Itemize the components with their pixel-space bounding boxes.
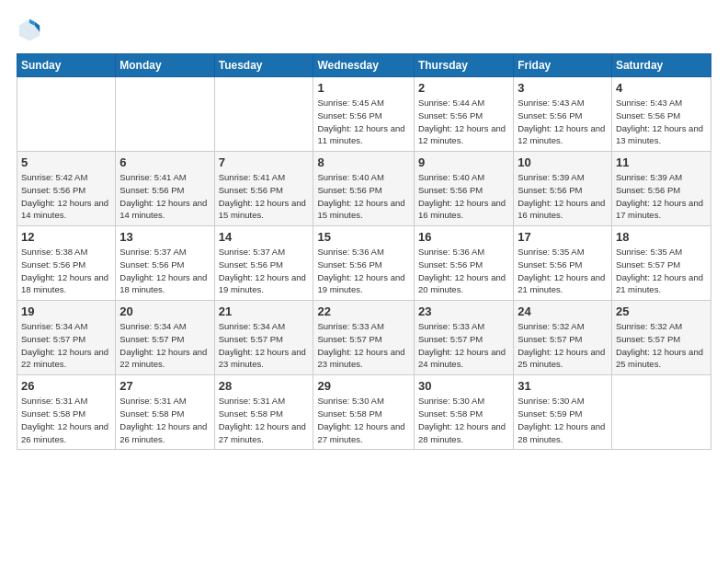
day-info: Sunrise: 5:39 AMSunset: 5:56 PMDaylight:… xyxy=(518,171,608,222)
day-info: Sunrise: 5:44 AMSunset: 5:56 PMDaylight:… xyxy=(418,97,509,147)
day-number: 25 xyxy=(616,304,707,318)
week-row-5: 26Sunrise: 5:31 AMSunset: 5:58 PMDayligh… xyxy=(17,375,711,450)
day-info: Sunrise: 5:41 AMSunset: 5:56 PMDaylight:… xyxy=(219,171,310,222)
day-number: 26 xyxy=(21,379,111,393)
day-info: Sunrise: 5:39 AMSunset: 5:56 PMDaylight:… xyxy=(616,171,707,222)
day-info: Sunrise: 5:30 AMSunset: 5:58 PMDaylight:… xyxy=(418,395,509,445)
calendar-cell: 12Sunrise: 5:38 AMSunset: 5:56 PMDayligh… xyxy=(17,226,116,301)
day-info: Sunrise: 5:42 AMSunset: 5:56 PMDaylight:… xyxy=(21,171,111,222)
day-info: Sunrise: 5:45 AMSunset: 5:56 PMDaylight:… xyxy=(317,97,409,147)
calendar-cell: 18Sunrise: 5:35 AMSunset: 5:57 PMDayligh… xyxy=(611,226,711,301)
calendar-table: SundayMondayTuesdayWednesdayThursdayFrid… xyxy=(17,53,711,450)
day-info: Sunrise: 5:34 AMSunset: 5:57 PMDaylight:… xyxy=(219,320,310,371)
day-info: Sunrise: 5:43 AMSunset: 5:56 PMDaylight:… xyxy=(616,97,707,147)
week-row-2: 5Sunrise: 5:42 AMSunset: 5:56 PMDaylight… xyxy=(17,152,711,226)
calendar-cell: 10Sunrise: 5:39 AMSunset: 5:56 PMDayligh… xyxy=(514,152,612,226)
week-row-1: 1Sunrise: 5:45 AMSunset: 5:56 PMDaylight… xyxy=(17,77,711,152)
calendar-cell: 25Sunrise: 5:32 AMSunset: 5:57 PMDayligh… xyxy=(611,301,711,375)
day-number: 30 xyxy=(418,379,509,393)
calendar-cell: 29Sunrise: 5:30 AMSunset: 5:58 PMDayligh… xyxy=(313,375,414,450)
day-number: 23 xyxy=(418,304,509,318)
page: SundayMondayTuesdayWednesdayThursdayFrid… xyxy=(0,0,728,563)
day-number: 29 xyxy=(317,379,409,393)
day-number: 19 xyxy=(21,304,111,318)
day-number: 7 xyxy=(219,155,310,169)
calendar-cell: 11Sunrise: 5:39 AMSunset: 5:56 PMDayligh… xyxy=(611,152,711,226)
calendar-cell: 2Sunrise: 5:44 AMSunset: 5:56 PMDaylight… xyxy=(414,77,513,152)
calendar-cell: 26Sunrise: 5:31 AMSunset: 5:58 PMDayligh… xyxy=(17,375,116,450)
day-number: 21 xyxy=(219,304,310,318)
day-number: 28 xyxy=(219,379,310,393)
weekday-header-tuesday: Tuesday xyxy=(214,54,313,77)
calendar-cell: 3Sunrise: 5:43 AMSunset: 5:56 PMDaylight… xyxy=(514,77,612,152)
day-info: Sunrise: 5:35 AMSunset: 5:56 PMDaylight:… xyxy=(518,246,608,296)
calendar-cell: 23Sunrise: 5:33 AMSunset: 5:57 PMDayligh… xyxy=(414,301,513,375)
day-info: Sunrise: 5:31 AMSunset: 5:58 PMDaylight:… xyxy=(119,395,210,445)
week-row-4: 19Sunrise: 5:34 AMSunset: 5:57 PMDayligh… xyxy=(17,301,711,375)
calendar-cell: 27Sunrise: 5:31 AMSunset: 5:58 PMDayligh… xyxy=(116,375,214,450)
day-info: Sunrise: 5:36 AMSunset: 5:56 PMDaylight:… xyxy=(418,246,509,296)
calendar-cell: 28Sunrise: 5:31 AMSunset: 5:58 PMDayligh… xyxy=(214,375,313,450)
calendar-cell: 21Sunrise: 5:34 AMSunset: 5:57 PMDayligh… xyxy=(214,301,313,375)
day-number: 3 xyxy=(518,81,608,95)
day-info: Sunrise: 5:31 AMSunset: 5:58 PMDaylight:… xyxy=(21,395,111,445)
day-number: 27 xyxy=(119,379,210,393)
calendar-cell: 16Sunrise: 5:36 AMSunset: 5:56 PMDayligh… xyxy=(414,226,513,301)
day-number: 18 xyxy=(616,230,707,244)
calendar-cell: 15Sunrise: 5:36 AMSunset: 5:56 PMDayligh… xyxy=(313,226,414,301)
day-info: Sunrise: 5:40 AMSunset: 5:56 PMDaylight:… xyxy=(418,171,509,222)
day-info: Sunrise: 5:37 AMSunset: 5:56 PMDaylight:… xyxy=(119,246,210,296)
calendar-cell xyxy=(116,77,214,152)
day-info: Sunrise: 5:31 AMSunset: 5:58 PMDaylight:… xyxy=(219,395,310,445)
day-number: 1 xyxy=(317,81,409,95)
day-info: Sunrise: 5:33 AMSunset: 5:57 PMDaylight:… xyxy=(317,320,409,371)
calendar-cell: 1Sunrise: 5:45 AMSunset: 5:56 PMDaylight… xyxy=(313,77,414,152)
weekday-header-wednesday: Wednesday xyxy=(313,54,414,77)
calendar-cell xyxy=(214,77,313,152)
day-number: 4 xyxy=(616,81,707,95)
day-info: Sunrise: 5:30 AMSunset: 5:59 PMDaylight:… xyxy=(518,395,608,445)
calendar-cell: 14Sunrise: 5:37 AMSunset: 5:56 PMDayligh… xyxy=(214,226,313,301)
day-info: Sunrise: 5:34 AMSunset: 5:57 PMDaylight:… xyxy=(119,320,210,371)
weekday-header-saturday: Saturday xyxy=(611,54,711,77)
logo-icon xyxy=(17,17,42,42)
calendar-cell: 31Sunrise: 5:30 AMSunset: 5:59 PMDayligh… xyxy=(514,375,612,450)
calendar-cell: 19Sunrise: 5:34 AMSunset: 5:57 PMDayligh… xyxy=(17,301,116,375)
weekday-header-row: SundayMondayTuesdayWednesdayThursdayFrid… xyxy=(17,54,711,77)
calendar-cell: 9Sunrise: 5:40 AMSunset: 5:56 PMDaylight… xyxy=(414,152,513,226)
day-info: Sunrise: 5:33 AMSunset: 5:57 PMDaylight:… xyxy=(418,320,509,371)
day-number: 17 xyxy=(518,230,608,244)
day-number: 11 xyxy=(616,155,707,169)
day-info: Sunrise: 5:40 AMSunset: 5:56 PMDaylight:… xyxy=(317,171,409,222)
day-number: 12 xyxy=(21,230,111,244)
calendar-cell: 8Sunrise: 5:40 AMSunset: 5:56 PMDaylight… xyxy=(313,152,414,226)
day-info: Sunrise: 5:34 AMSunset: 5:57 PMDaylight:… xyxy=(21,320,111,371)
weekday-header-monday: Monday xyxy=(116,54,214,77)
day-info: Sunrise: 5:32 AMSunset: 5:57 PMDaylight:… xyxy=(518,320,608,371)
day-info: Sunrise: 5:35 AMSunset: 5:57 PMDaylight:… xyxy=(616,246,707,296)
calendar-cell: 20Sunrise: 5:34 AMSunset: 5:57 PMDayligh… xyxy=(116,301,214,375)
calendar-cell xyxy=(17,77,116,152)
day-number: 5 xyxy=(21,155,111,169)
day-number: 8 xyxy=(317,155,409,169)
day-number: 24 xyxy=(518,304,608,318)
day-number: 9 xyxy=(418,155,509,169)
day-number: 10 xyxy=(518,155,608,169)
day-number: 20 xyxy=(119,304,210,318)
day-number: 13 xyxy=(119,230,210,244)
day-info: Sunrise: 5:32 AMSunset: 5:57 PMDaylight:… xyxy=(616,320,707,371)
day-number: 6 xyxy=(119,155,210,169)
calendar-cell: 30Sunrise: 5:30 AMSunset: 5:58 PMDayligh… xyxy=(414,375,513,450)
logo xyxy=(17,17,46,42)
day-info: Sunrise: 5:38 AMSunset: 5:56 PMDaylight:… xyxy=(21,246,111,296)
calendar-cell: 13Sunrise: 5:37 AMSunset: 5:56 PMDayligh… xyxy=(116,226,214,301)
day-info: Sunrise: 5:43 AMSunset: 5:56 PMDaylight:… xyxy=(518,97,608,147)
calendar-cell: 17Sunrise: 5:35 AMSunset: 5:56 PMDayligh… xyxy=(514,226,612,301)
day-number: 31 xyxy=(518,379,608,393)
calendar-cell: 22Sunrise: 5:33 AMSunset: 5:57 PMDayligh… xyxy=(313,301,414,375)
weekday-header-friday: Friday xyxy=(514,54,612,77)
calendar-cell xyxy=(611,375,711,450)
header xyxy=(17,17,711,42)
day-number: 16 xyxy=(418,230,509,244)
calendar-cell: 7Sunrise: 5:41 AMSunset: 5:56 PMDaylight… xyxy=(214,152,313,226)
